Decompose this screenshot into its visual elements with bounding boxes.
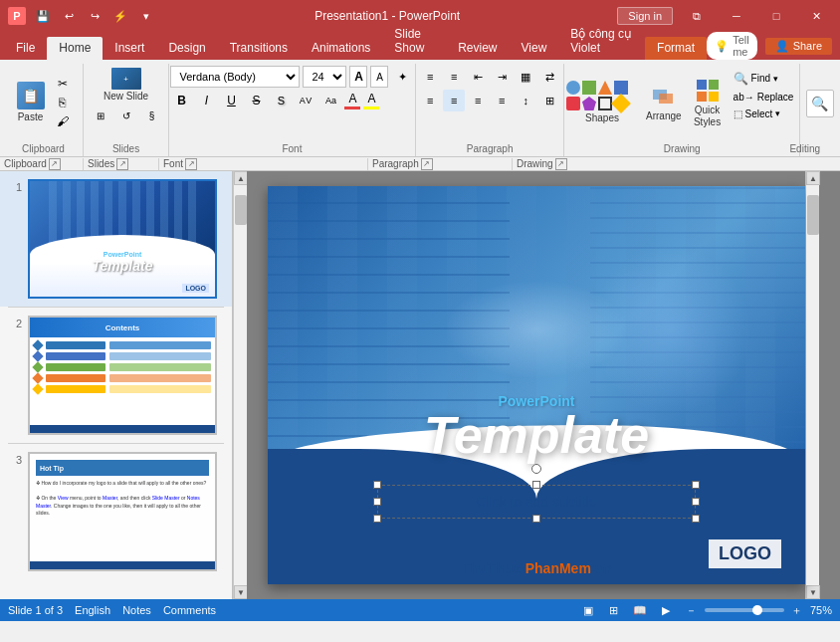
shape-square[interactable] xyxy=(582,81,596,95)
subtitle-box[interactable]: Click to add subtitle xyxy=(377,485,696,519)
tab-slide-show[interactable]: Slide Show xyxy=(382,23,446,60)
bullets-button[interactable]: ≡ xyxy=(419,66,441,88)
window-minimize-button[interactable]: ─ xyxy=(721,6,752,26)
window-maximize-button[interactable]: □ xyxy=(760,6,792,26)
underline-button[interactable]: U xyxy=(220,90,242,111)
qat-dropdown-button[interactable]: ▾ xyxy=(135,5,157,27)
strikethrough-button[interactable]: S xyxy=(245,90,267,111)
canvas-scroll-down[interactable]: ▼ xyxy=(806,585,820,599)
shape-circle[interactable] xyxy=(566,81,580,95)
slide-scroll-thumb[interactable] xyxy=(235,195,247,225)
undo-qat-button[interactable]: ↩ xyxy=(58,5,80,27)
align-left-button[interactable]: ≡ xyxy=(419,90,441,111)
italic-button[interactable]: I xyxy=(195,90,217,111)
tab-review[interactable]: Review xyxy=(446,37,509,60)
tab-transitions[interactable]: Transitions xyxy=(218,37,300,60)
redo-qat-button[interactable]: ↪ xyxy=(84,5,105,27)
layout-button[interactable]: ⊞ xyxy=(89,106,112,125)
canvas-scroll-thumb[interactable] xyxy=(807,195,819,235)
copy-button[interactable]: ⎘ xyxy=(51,94,75,111)
save-qat-button[interactable]: 💾 xyxy=(32,5,54,27)
main-slide-canvas[interactable]: PowerPoint Template Click to add subtitl… xyxy=(268,186,805,584)
font-shrink-button[interactable]: A xyxy=(370,66,388,88)
slide-thumb-2[interactable]: 2 Contents xyxy=(0,308,232,443)
cut-button[interactable]: ✂ xyxy=(51,75,75,93)
columns-button[interactable]: ▦ xyxy=(515,66,536,88)
tab-format[interactable]: Format xyxy=(645,37,707,60)
handle-tl[interactable] xyxy=(373,481,381,489)
direction-button[interactable]: ⇄ xyxy=(538,66,560,88)
select-button[interactable]: ⬚Select▾ xyxy=(730,107,798,121)
clipboard-expand-button[interactable]: ↗ xyxy=(49,158,61,170)
find-button[interactable]: 🔍Find▾ xyxy=(730,70,798,88)
rotate-handle[interactable] xyxy=(531,464,541,474)
lightning-qat-button[interactable]: ⚡ xyxy=(109,5,131,27)
line-spacing-button[interactable]: ↕ xyxy=(515,90,536,111)
new-slide-button[interactable]: + New Slide xyxy=(100,66,152,104)
shape-pentagon[interactable] xyxy=(582,97,596,110)
quick-styles-button[interactable]: QuickStyles xyxy=(690,75,726,130)
handle-br[interactable] xyxy=(692,515,700,523)
shadow-button[interactable]: S xyxy=(270,90,292,111)
handle-mr[interactable] xyxy=(692,498,700,506)
slideshow-button[interactable]: ▶ xyxy=(657,601,675,619)
tab-animations[interactable]: Animations xyxy=(300,37,382,60)
slide-scroll-down[interactable]: ▼ xyxy=(234,585,248,599)
tell-me-box[interactable]: 💡 Tell me xyxy=(707,32,757,60)
zoom-thumb[interactable] xyxy=(752,605,762,615)
handle-bm[interactable] xyxy=(532,515,540,523)
tab-home[interactable]: Home xyxy=(47,37,103,60)
shape-diamond[interactable] xyxy=(611,94,631,113)
font-size-select[interactable]: 24 xyxy=(303,66,346,88)
replace-button[interactable]: ab→Replace xyxy=(730,90,798,105)
handle-bl[interactable] xyxy=(373,515,381,523)
tab-bo-cong-cu[interactable]: Bộ công cụ Violet xyxy=(558,23,645,60)
slide-sorter-button[interactable]: ⊞ xyxy=(605,601,623,619)
zoom-slider[interactable] xyxy=(705,608,784,612)
zoom-out-button[interactable]: － xyxy=(683,601,701,619)
slide-thumb-3[interactable]: 3 Hot Tip ❖ How do I incorporate my logo… xyxy=(0,444,232,579)
handle-ml[interactable] xyxy=(373,498,381,506)
clear-format-button[interactable]: ✦ xyxy=(391,66,413,88)
bold-button[interactable]: B xyxy=(170,90,192,111)
smart-art-button[interactable]: ⊞ xyxy=(538,90,560,111)
highlight-color-button[interactable]: A xyxy=(363,92,379,109)
shape-rect[interactable] xyxy=(614,81,628,95)
reading-view-button[interactable]: 📖 xyxy=(631,601,649,619)
increase-indent-button[interactable]: ⇥ xyxy=(491,66,513,88)
window-restore-button[interactable]: ⧉ xyxy=(681,6,713,26)
decrease-indent-button[interactable]: ⇤ xyxy=(467,66,489,88)
font-grow-button[interactable]: A xyxy=(349,66,367,88)
slide-thumb-1[interactable]: 1 PowerPoint Template LOGO xyxy=(0,171,232,307)
font-name-select[interactable]: Verdana (Body) xyxy=(170,66,300,88)
shapes-label[interactable]: Shapes xyxy=(585,112,619,123)
reset-button[interactable]: ↺ xyxy=(114,106,138,125)
numbering-button[interactable]: ≡ xyxy=(443,66,465,88)
share-button[interactable]: 👤Share xyxy=(765,38,832,55)
zoom-in-button[interactable]: ＋ xyxy=(788,601,806,619)
slide-scroll-up[interactable]: ▲ xyxy=(234,171,248,185)
tab-insert[interactable]: Insert xyxy=(103,37,156,60)
canvas-scroll-up[interactable]: ▲ xyxy=(806,171,820,185)
shape-rounded-rect[interactable] xyxy=(566,97,580,110)
spacing-button[interactable]: AV xyxy=(295,90,316,111)
slides-expand-button[interactable]: ↗ xyxy=(116,158,128,170)
case-button[interactable]: Aa xyxy=(319,90,341,111)
tab-view[interactable]: View xyxy=(510,37,559,60)
drawing-expand-button[interactable]: ↗ xyxy=(555,158,567,170)
normal-view-button[interactable]: ▣ xyxy=(579,601,597,619)
tab-design[interactable]: Design xyxy=(156,37,217,60)
handle-tr[interactable] xyxy=(692,481,700,489)
align-right-button[interactable]: ≡ xyxy=(467,90,489,111)
format-painter-button[interactable]: 🖌 xyxy=(51,112,75,130)
arrange-button[interactable]: Arrange xyxy=(642,81,686,124)
tab-file[interactable]: File xyxy=(4,37,47,60)
align-center-button[interactable]: ≡ xyxy=(443,90,465,111)
paste-button[interactable]: 📋 Paste xyxy=(13,78,49,126)
justify-button[interactable]: ≡ xyxy=(491,90,513,111)
paragraph-expand-button[interactable]: ↗ xyxy=(421,158,433,170)
shape-outline-rect[interactable] xyxy=(598,97,612,110)
comments-button[interactable]: Comments xyxy=(163,604,216,616)
section-button[interactable]: § xyxy=(140,106,164,125)
notes-button[interactable]: Notes xyxy=(122,604,151,616)
